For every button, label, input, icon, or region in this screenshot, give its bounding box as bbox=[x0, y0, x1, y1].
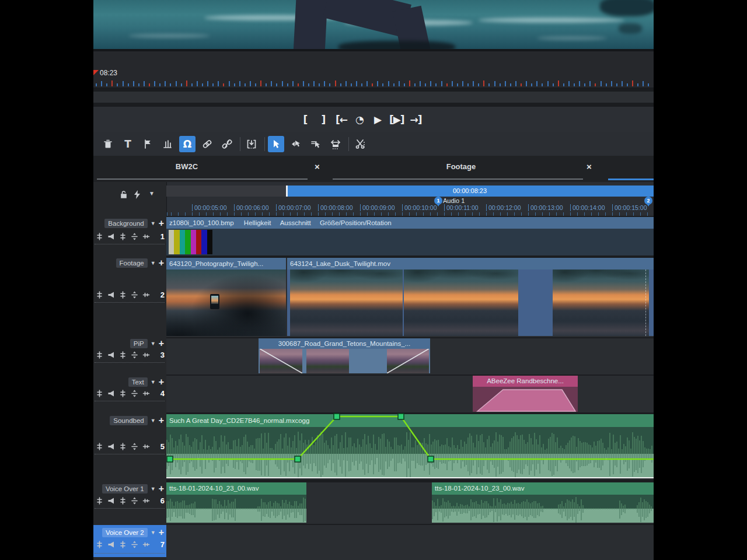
track-name[interactable]: PiP bbox=[130, 339, 148, 348]
jump-to-start-button[interactable]: [← bbox=[335, 114, 348, 125]
add-track-button[interactable]: + bbox=[159, 218, 164, 229]
stretch-tool-button[interactable] bbox=[327, 136, 344, 152]
marker-flag-button[interactable] bbox=[139, 136, 156, 152]
track-name[interactable]: Voice Over 1 bbox=[102, 484, 148, 494]
track-4-lane[interactable] bbox=[166, 376, 654, 412]
automation-fader-icon[interactable] bbox=[96, 390, 103, 397]
envelope-keyframe[interactable] bbox=[428, 456, 434, 462]
add-track-button[interactable]: + bbox=[159, 415, 164, 426]
snap-magnet-button[interactable]: Ω bbox=[179, 136, 196, 152]
group-link-button[interactable] bbox=[199, 136, 215, 152]
pan-fader-icon[interactable] bbox=[131, 541, 138, 548]
lock-icon[interactable] bbox=[119, 190, 128, 201]
speaker-icon[interactable] bbox=[107, 390, 115, 397]
track-name[interactable]: Background bbox=[104, 219, 147, 228]
track-name[interactable]: Soundbed bbox=[110, 416, 147, 425]
clip-background-body[interactable] bbox=[166, 229, 654, 256]
chevron-down-icon[interactable]: ▼ bbox=[151, 486, 156, 492]
trim-tool-button[interactable] bbox=[308, 136, 324, 152]
clip-effect[interactable]: Größe/Position/Rotation bbox=[320, 219, 392, 226]
clip-photography-twilight[interactable]: 643120_Photography_Twiligh... bbox=[166, 258, 286, 270]
clip-road-body[interactable] bbox=[259, 349, 430, 373]
clip-title-body[interactable] bbox=[473, 387, 578, 412]
play-from-start-button[interactable]: [▶] bbox=[389, 114, 404, 125]
trim-ruler[interactable]: 08:23 bbox=[93, 51, 654, 88]
fx-fader-icon[interactable] bbox=[142, 233, 150, 240]
audio-meter-button[interactable] bbox=[159, 136, 176, 152]
fade-tool-button[interactable] bbox=[288, 136, 304, 152]
clip-voiceover-2[interactable]: tts-18-01-2024-10_23_00.wav bbox=[432, 480, 654, 523]
mark-in-button[interactable]: [ bbox=[299, 114, 312, 125]
envelope-keyframe[interactable] bbox=[295, 456, 301, 462]
marker-1[interactable]: 1 bbox=[434, 197, 442, 205]
add-track-button[interactable]: + bbox=[159, 484, 164, 494]
chevron-down-icon[interactable]: ▼ bbox=[151, 260, 156, 266]
pan-fader-icon[interactable] bbox=[131, 291, 138, 299]
playhead-flag-icon[interactable] bbox=[93, 70, 99, 75]
pan-fader-icon[interactable] bbox=[131, 497, 138, 505]
track-name[interactable]: Text bbox=[128, 377, 148, 387]
marker-2[interactable]: 2 bbox=[644, 197, 652, 205]
clip-lake-dusk-body[interactable] bbox=[287, 270, 654, 336]
clip-soundbed[interactable]: Such A Great Day_CD2E7B46_normal.mxcogg bbox=[166, 414, 654, 478]
add-track-button[interactable]: + bbox=[159, 258, 164, 268]
chevron-down-icon[interactable]: ▼ bbox=[149, 190, 155, 197]
chevron-down-icon[interactable]: ▼ bbox=[151, 530, 156, 536]
delete-button[interactable] bbox=[100, 136, 116, 152]
automation-fader-icon[interactable] bbox=[96, 233, 103, 240]
add-track-button[interactable]: + bbox=[159, 377, 164, 387]
pan-fader-icon[interactable] bbox=[131, 443, 138, 450]
automation-fader-icon[interactable] bbox=[96, 541, 103, 548]
track-name[interactable]: Footage bbox=[116, 258, 148, 268]
automation-fader-icon[interactable] bbox=[96, 497, 103, 505]
jump-to-end-button[interactable]: →] bbox=[410, 114, 423, 125]
speaker-icon[interactable] bbox=[107, 541, 115, 548]
clip-road-grand-tetons[interactable]: 300687_Road_Grand_Tetons_Mountains_... bbox=[259, 338, 430, 349]
loop-play-button[interactable]: ◔ bbox=[353, 114, 366, 125]
loop-range-bar[interactable]: 00:00:08:23 bbox=[286, 186, 654, 197]
envelope-keyframe[interactable] bbox=[167, 456, 173, 462]
selection-tool-button[interactable] bbox=[268, 136, 284, 152]
fx-fader-icon[interactable] bbox=[142, 291, 150, 299]
envelope-keyframe[interactable] bbox=[334, 414, 340, 419]
close-icon[interactable]: × bbox=[587, 162, 592, 172]
volume-fader-icon[interactable] bbox=[119, 497, 127, 505]
volume-fader-icon[interactable] bbox=[119, 291, 127, 299]
track-name[interactable]: Voice Over 2 bbox=[102, 528, 148, 537]
fx-fader-icon[interactable] bbox=[142, 390, 150, 397]
speaker-icon[interactable] bbox=[107, 291, 115, 299]
close-icon[interactable]: × bbox=[315, 162, 320, 172]
automation-fader-icon[interactable] bbox=[96, 443, 103, 450]
fx-fader-icon[interactable] bbox=[142, 497, 150, 505]
title-text-tool-button[interactable]: T bbox=[120, 136, 136, 152]
play-button[interactable]: ▶ bbox=[371, 114, 384, 125]
range-left-handle[interactable] bbox=[286, 186, 288, 197]
fx-fader-icon[interactable] bbox=[142, 443, 150, 450]
speaker-icon[interactable] bbox=[107, 351, 115, 359]
add-track-button[interactable]: + bbox=[159, 338, 164, 349]
chevron-down-icon[interactable]: ▼ bbox=[151, 341, 156, 346]
ungroup-unlink-button[interactable] bbox=[219, 136, 235, 152]
volume-fader-icon[interactable] bbox=[119, 390, 127, 397]
insert-clip-button[interactable] bbox=[243, 136, 260, 152]
clip-title-abeezee[interactable]: ABeeZee Randbeschne... bbox=[473, 376, 578, 387]
automation-fader-icon[interactable] bbox=[96, 291, 103, 299]
chevron-down-icon[interactable]: ▼ bbox=[151, 418, 156, 424]
add-track-button[interactable]: + bbox=[159, 527, 164, 538]
clip-effect[interactable]: Helligkeit bbox=[244, 219, 271, 226]
volume-envelope[interactable] bbox=[166, 414, 654, 463]
fx-fader-icon[interactable] bbox=[142, 541, 150, 548]
clip-background-bmp[interactable]: z1080i_100_100.bmp Helligkeit Ausschnitt… bbox=[166, 217, 654, 229]
pan-fader-icon[interactable] bbox=[131, 351, 138, 359]
speaker-icon[interactable] bbox=[107, 443, 115, 450]
pan-fader-icon[interactable] bbox=[131, 233, 138, 240]
volume-fader-icon[interactable] bbox=[119, 541, 127, 548]
clip-lake-dusk-twilight[interactable]: 643124_Lake_Dusk_Twilight.mov bbox=[287, 258, 654, 270]
mark-out-button[interactable]: ] bbox=[317, 114, 330, 125]
scrollbar-track[interactable] bbox=[93, 92, 654, 103]
volume-fader-icon[interactable] bbox=[119, 443, 127, 450]
speaker-icon[interactable] bbox=[107, 497, 115, 505]
track-7-lane[interactable] bbox=[166, 525, 654, 560]
volume-fader-icon[interactable] bbox=[119, 351, 127, 359]
clip-voiceover-1[interactable]: tts-18-01-2024-10_23_00.wav bbox=[166, 480, 306, 523]
